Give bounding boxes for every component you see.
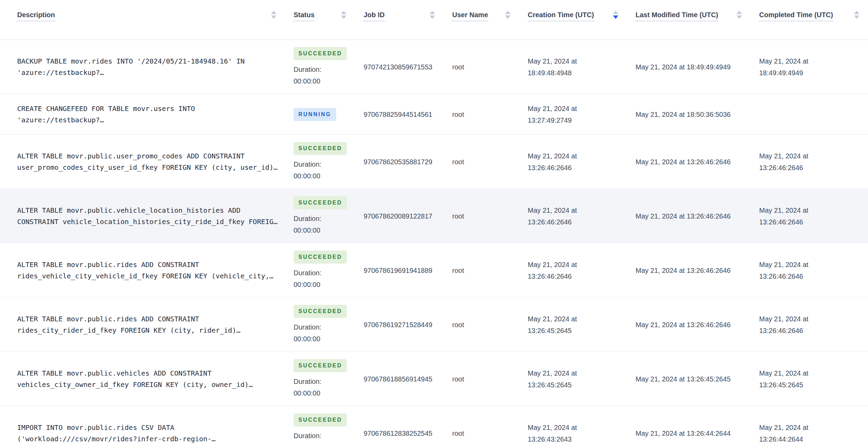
duration-value: 00:00:00: [294, 224, 352, 236]
user-name-value: root: [452, 265, 516, 276]
completed-time-cell: May 21, 2024 at13:26:46:2646: [751, 298, 868, 352]
creation-time-value: May 21, 2024 at: [528, 313, 624, 325]
sort-down-arrow-icon: [430, 15, 435, 19]
description-cell: ALTER TABLE movr.public.rides ADD CONSTR…: [0, 298, 285, 352]
column-header-label: Description: [17, 11, 55, 21]
job-description-line: rides_city_rider_id_fkey FOREIGN KEY (ci…: [17, 325, 282, 336]
user-name-cell: root: [444, 352, 519, 406]
creation-time-value: 13:26:45:2645: [528, 379, 624, 391]
job-id-cell: 970678618856914945: [355, 352, 444, 406]
jobs-table-header: DescriptionStatusJob IDUser NameCreation…: [0, 0, 868, 40]
column-header-last_modified_time[interactable]: Last Modified Time (UTC): [627, 0, 751, 40]
status-badge: SUCCEEDED: [294, 142, 347, 155]
user-name-cell: root: [444, 243, 519, 298]
completed-time-cell: May 21, 2024 at13:26:45:2645: [751, 352, 868, 406]
job-id-cell: 970678612838252545: [355, 406, 444, 444]
creation-time-value: 13:27:49:2749: [528, 114, 624, 126]
creation-time-value: May 21, 2024 at: [528, 259, 624, 270]
status-cell: SUCCEEDEDDuration:00:00:00: [285, 40, 355, 94]
duration-value: 00:00:00: [294, 442, 352, 444]
column-header-description[interactable]: Description: [0, 0, 285, 40]
duration-label: Duration:: [294, 376, 352, 387]
column-header-completed_time[interactable]: Completed Time (UTC): [751, 0, 868, 40]
creation-time-value: May 21, 2024 at: [528, 150, 624, 162]
status-badge: SUCCEEDED: [294, 413, 347, 426]
column-header-user_name[interactable]: User Name: [444, 0, 519, 40]
last-modified-time-value: May 21, 2024 at 13:26:44:2644: [636, 428, 747, 439]
sort-icon[interactable]: [430, 11, 435, 19]
completed-time-value: May 21, 2024 at: [759, 150, 865, 162]
sort-up-arrow-icon: [613, 11, 618, 14]
creation-time-cell: May 21, 2024 at13:26:46:2646: [519, 189, 627, 243]
job-id-value: 970678619691941889: [364, 265, 440, 276]
job-description-line: 'azure://testbackup?…: [17, 114, 282, 126]
column-header-label: Job ID: [364, 11, 385, 21]
sort-up-arrow-icon: [271, 11, 276, 14]
sort-icon[interactable]: [613, 11, 619, 19]
completed-time-cell: May 21, 2024 at18:49:49:4949: [751, 40, 868, 94]
status-cell: SUCCEEDEDDuration:00:00:00: [285, 135, 355, 189]
column-header-status[interactable]: Status: [285, 0, 355, 40]
table-row[interactable]: IMPORT INTO movr.public.rides CSV DATA('…: [0, 406, 868, 444]
column-header-label: Last Modified Time (UTC): [636, 11, 718, 21]
job-description-line: IMPORT INTO movr.public.rides CSV DATA: [17, 422, 282, 433]
table-row[interactable]: CREATE CHANGEFEED FOR TABLE movr.users I…: [0, 94, 868, 135]
completed-time-value: 13:26:45:2645: [759, 379, 865, 391]
sort-icon[interactable]: [505, 11, 511, 19]
job-id-cell: 970678619271528449: [355, 298, 444, 352]
completed-time-value: 13:26:46:2646: [759, 216, 865, 228]
completed-time-value: May 21, 2024 at: [759, 259, 865, 270]
creation-time-value: May 21, 2024 at: [528, 55, 624, 67]
jobs-table: DescriptionStatusJob IDUser NameCreation…: [0, 0, 868, 444]
table-row[interactable]: BACKUP TABLE movr.rides INTO '/2024/05/2…: [0, 40, 868, 94]
column-header-label: User Name: [452, 11, 488, 21]
last-modified-time-value: May 21, 2024 at 13:26:46:2646: [636, 210, 747, 222]
job-description-line: ALTER TABLE movr.public.rides ADD CONSTR…: [17, 259, 282, 270]
sort-icon[interactable]: [271, 11, 277, 19]
sort-icon[interactable]: [854, 11, 860, 19]
header-row: DescriptionStatusJob IDUser NameCreation…: [0, 0, 868, 40]
sort-icon[interactable]: [736, 11, 742, 19]
last-modified-time-value: May 21, 2024 at 13:26:46:2646: [636, 319, 747, 331]
duration-value: 00:00:00: [294, 333, 352, 345]
completed-time-cell: May 21, 2024 at13:26:46:2646: [751, 135, 868, 189]
sort-down-arrow-icon: [271, 15, 276, 19]
table-row[interactable]: ALTER TABLE movr.public.vehicles ADD CON…: [0, 352, 868, 406]
last-modified-time-value: May 21, 2024 at 18:49:49:4949: [636, 61, 747, 73]
status-badge: SUCCEEDED: [294, 251, 347, 264]
user-name-value: root: [452, 428, 516, 439]
user-name-value: root: [452, 156, 516, 168]
job-description-line: 'azure://testbackup?…: [17, 67, 282, 78]
creation-time-value: May 21, 2024 at: [528, 103, 624, 114]
job-description-line: vehicles_city_owner_id_fkey FOREIGN KEY …: [17, 379, 282, 390]
sort-icon[interactable]: [341, 11, 347, 19]
column-header-creation_time[interactable]: Creation Time (UTC): [519, 0, 627, 40]
completed-time-value: May 21, 2024 at: [759, 204, 865, 216]
table-row[interactable]: ALTER TABLE movr.public.rides ADD CONSTR…: [0, 298, 868, 352]
status-badge: SUCCEEDED: [294, 305, 347, 318]
duration-value: 00:00:00: [294, 75, 352, 87]
job-description-line: CONSTRAINT vehicle_location_histories_ci…: [17, 216, 282, 227]
column-header-job_id[interactable]: Job ID: [355, 0, 444, 40]
sort-down-arrow-icon: [613, 15, 618, 19]
table-row[interactable]: ALTER TABLE movr.public.vehicle_location…: [0, 189, 868, 243]
sort-down-arrow-icon: [736, 15, 742, 19]
table-row[interactable]: ALTER TABLE movr.public.rides ADD CONSTR…: [0, 243, 868, 298]
column-header-label: Status: [294, 11, 315, 21]
description-cell: IMPORT INTO movr.public.rides CSV DATA('…: [0, 406, 285, 444]
column-header-label: Creation Time (UTC): [528, 11, 594, 21]
completed-time-value: 13:26:46:2646: [759, 325, 865, 336]
user-name-value: root: [452, 210, 516, 222]
creation-time-cell: May 21, 2024 at13:27:49:2749: [519, 94, 627, 135]
table-row[interactable]: ALTER TABLE movr.public.user_promo_codes…: [0, 135, 868, 189]
user-name-cell: root: [444, 40, 519, 94]
duration-label: Duration:: [294, 267, 352, 279]
completed-time-value: May 21, 2024 at: [759, 422, 865, 433]
jobs-page: DescriptionStatusJob IDUser NameCreation…: [0, 0, 868, 444]
job-description-line: user_promo_codes_city_user_id_fkey FOREI…: [17, 162, 282, 173]
creation-time-cell: May 21, 2024 at13:26:45:2645: [519, 352, 627, 406]
status-badge: SUCCEEDED: [294, 196, 347, 209]
user-name-cell: root: [444, 406, 519, 444]
job-description-line: ALTER TABLE movr.public.rides ADD CONSTR…: [17, 313, 282, 325]
job-description-line: BACKUP TABLE movr.rides INTO '/2024/05/2…: [17, 56, 282, 67]
